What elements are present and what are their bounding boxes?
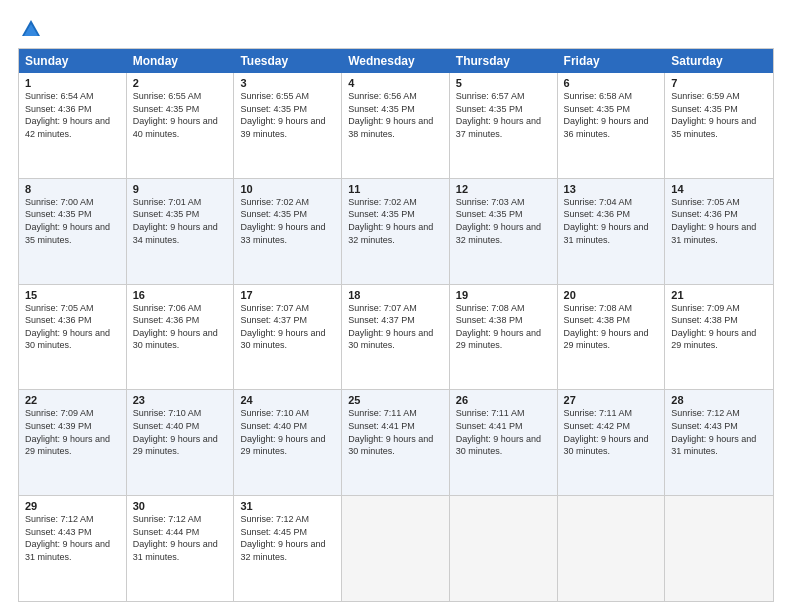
day-cell-4: 4Sunrise: 6:56 AMSunset: 4:35 PMDaylight… [342, 73, 450, 178]
day-cell-21: 21Sunrise: 7:09 AMSunset: 4:38 PMDayligh… [665, 285, 773, 390]
day-cell-6: 6Sunrise: 6:58 AMSunset: 4:35 PMDaylight… [558, 73, 666, 178]
day-info: Sunrise: 7:02 AMSunset: 4:35 PMDaylight:… [348, 196, 443, 246]
day-number: 16 [133, 289, 228, 301]
day-info: Sunrise: 6:59 AMSunset: 4:35 PMDaylight:… [671, 90, 767, 140]
day-info: Sunrise: 7:12 AMSunset: 4:43 PMDaylight:… [25, 513, 120, 563]
day-number: 31 [240, 500, 335, 512]
day-info: Sunrise: 7:12 AMSunset: 4:45 PMDaylight:… [240, 513, 335, 563]
week-row-3: 15Sunrise: 7:05 AMSunset: 4:36 PMDayligh… [19, 284, 773, 390]
day-cell-10: 10Sunrise: 7:02 AMSunset: 4:35 PMDayligh… [234, 179, 342, 284]
day-number: 29 [25, 500, 120, 512]
day-number: 19 [456, 289, 551, 301]
day-number: 20 [564, 289, 659, 301]
day-info: Sunrise: 7:00 AMSunset: 4:35 PMDaylight:… [25, 196, 120, 246]
day-cell-23: 23Sunrise: 7:10 AMSunset: 4:40 PMDayligh… [127, 390, 235, 495]
day-cell-12: 12Sunrise: 7:03 AMSunset: 4:35 PMDayligh… [450, 179, 558, 284]
day-info: Sunrise: 7:08 AMSunset: 4:38 PMDaylight:… [564, 302, 659, 352]
day-info: Sunrise: 6:58 AMSunset: 4:35 PMDaylight:… [564, 90, 659, 140]
day-cell-24: 24Sunrise: 7:10 AMSunset: 4:40 PMDayligh… [234, 390, 342, 495]
day-cell-28: 28Sunrise: 7:12 AMSunset: 4:43 PMDayligh… [665, 390, 773, 495]
calendar: SundayMondayTuesdayWednesdayThursdayFrid… [18, 48, 774, 602]
day-info: Sunrise: 7:10 AMSunset: 4:40 PMDaylight:… [133, 407, 228, 457]
empty-cell [558, 496, 666, 601]
day-info: Sunrise: 7:09 AMSunset: 4:39 PMDaylight:… [25, 407, 120, 457]
day-info: Sunrise: 7:08 AMSunset: 4:38 PMDaylight:… [456, 302, 551, 352]
day-info: Sunrise: 7:11 AMSunset: 4:42 PMDaylight:… [564, 407, 659, 457]
day-number: 25 [348, 394, 443, 406]
day-number: 28 [671, 394, 767, 406]
day-cell-29: 29Sunrise: 7:12 AMSunset: 4:43 PMDayligh… [19, 496, 127, 601]
day-info: Sunrise: 6:54 AMSunset: 4:36 PMDaylight:… [25, 90, 120, 140]
day-number: 27 [564, 394, 659, 406]
day-cell-3: 3Sunrise: 6:55 AMSunset: 4:35 PMDaylight… [234, 73, 342, 178]
day-number: 18 [348, 289, 443, 301]
day-info: Sunrise: 7:11 AMSunset: 4:41 PMDaylight:… [456, 407, 551, 457]
day-info: Sunrise: 7:07 AMSunset: 4:37 PMDaylight:… [348, 302, 443, 352]
page-header [18, 18, 774, 40]
day-header-thursday: Thursday [450, 49, 558, 73]
empty-cell [665, 496, 773, 601]
day-cell-20: 20Sunrise: 7:08 AMSunset: 4:38 PMDayligh… [558, 285, 666, 390]
day-info: Sunrise: 6:56 AMSunset: 4:35 PMDaylight:… [348, 90, 443, 140]
week-row-4: 22Sunrise: 7:09 AMSunset: 4:39 PMDayligh… [19, 389, 773, 495]
day-info: Sunrise: 7:12 AMSunset: 4:44 PMDaylight:… [133, 513, 228, 563]
day-info: Sunrise: 6:57 AMSunset: 4:35 PMDaylight:… [456, 90, 551, 140]
day-number: 6 [564, 77, 659, 89]
day-cell-7: 7Sunrise: 6:59 AMSunset: 4:35 PMDaylight… [665, 73, 773, 178]
day-info: Sunrise: 7:05 AMSunset: 4:36 PMDaylight:… [671, 196, 767, 246]
day-number: 10 [240, 183, 335, 195]
day-number: 15 [25, 289, 120, 301]
day-info: Sunrise: 7:04 AMSunset: 4:36 PMDaylight:… [564, 196, 659, 246]
day-cell-26: 26Sunrise: 7:11 AMSunset: 4:41 PMDayligh… [450, 390, 558, 495]
day-cell-22: 22Sunrise: 7:09 AMSunset: 4:39 PMDayligh… [19, 390, 127, 495]
day-number: 17 [240, 289, 335, 301]
day-number: 22 [25, 394, 120, 406]
day-number: 12 [456, 183, 551, 195]
day-number: 30 [133, 500, 228, 512]
day-number: 8 [25, 183, 120, 195]
calendar-body: 1Sunrise: 6:54 AMSunset: 4:36 PMDaylight… [19, 73, 773, 601]
day-info: Sunrise: 7:02 AMSunset: 4:35 PMDaylight:… [240, 196, 335, 246]
day-number: 14 [671, 183, 767, 195]
day-header-tuesday: Tuesday [234, 49, 342, 73]
day-cell-1: 1Sunrise: 6:54 AMSunset: 4:36 PMDaylight… [19, 73, 127, 178]
day-cell-18: 18Sunrise: 7:07 AMSunset: 4:37 PMDayligh… [342, 285, 450, 390]
day-number: 5 [456, 77, 551, 89]
day-number: 9 [133, 183, 228, 195]
day-cell-11: 11Sunrise: 7:02 AMSunset: 4:35 PMDayligh… [342, 179, 450, 284]
week-row-1: 1Sunrise: 6:54 AMSunset: 4:36 PMDaylight… [19, 73, 773, 178]
day-number: 23 [133, 394, 228, 406]
day-info: Sunrise: 7:11 AMSunset: 4:41 PMDaylight:… [348, 407, 443, 457]
calendar-header: SundayMondayTuesdayWednesdayThursdayFrid… [19, 49, 773, 73]
day-info: Sunrise: 7:03 AMSunset: 4:35 PMDaylight:… [456, 196, 551, 246]
day-info: Sunrise: 7:09 AMSunset: 4:38 PMDaylight:… [671, 302, 767, 352]
day-info: Sunrise: 7:07 AMSunset: 4:37 PMDaylight:… [240, 302, 335, 352]
day-number: 4 [348, 77, 443, 89]
day-number: 26 [456, 394, 551, 406]
day-header-friday: Friday [558, 49, 666, 73]
day-info: Sunrise: 7:05 AMSunset: 4:36 PMDaylight:… [25, 302, 120, 352]
day-cell-31: 31Sunrise: 7:12 AMSunset: 4:45 PMDayligh… [234, 496, 342, 601]
day-header-wednesday: Wednesday [342, 49, 450, 73]
day-cell-13: 13Sunrise: 7:04 AMSunset: 4:36 PMDayligh… [558, 179, 666, 284]
day-cell-14: 14Sunrise: 7:05 AMSunset: 4:36 PMDayligh… [665, 179, 773, 284]
day-info: Sunrise: 6:55 AMSunset: 4:35 PMDaylight:… [133, 90, 228, 140]
logo [18, 18, 42, 40]
day-header-sunday: Sunday [19, 49, 127, 73]
day-number: 3 [240, 77, 335, 89]
day-info: Sunrise: 7:01 AMSunset: 4:35 PMDaylight:… [133, 196, 228, 246]
empty-cell [342, 496, 450, 601]
day-info: Sunrise: 7:12 AMSunset: 4:43 PMDaylight:… [671, 407, 767, 457]
day-number: 7 [671, 77, 767, 89]
day-cell-19: 19Sunrise: 7:08 AMSunset: 4:38 PMDayligh… [450, 285, 558, 390]
day-cell-16: 16Sunrise: 7:06 AMSunset: 4:36 PMDayligh… [127, 285, 235, 390]
day-info: Sunrise: 7:06 AMSunset: 4:36 PMDaylight:… [133, 302, 228, 352]
day-header-saturday: Saturday [665, 49, 773, 73]
day-number: 1 [25, 77, 120, 89]
day-number: 11 [348, 183, 443, 195]
day-cell-27: 27Sunrise: 7:11 AMSunset: 4:42 PMDayligh… [558, 390, 666, 495]
day-number: 24 [240, 394, 335, 406]
day-cell-17: 17Sunrise: 7:07 AMSunset: 4:37 PMDayligh… [234, 285, 342, 390]
day-cell-9: 9Sunrise: 7:01 AMSunset: 4:35 PMDaylight… [127, 179, 235, 284]
day-info: Sunrise: 6:55 AMSunset: 4:35 PMDaylight:… [240, 90, 335, 140]
